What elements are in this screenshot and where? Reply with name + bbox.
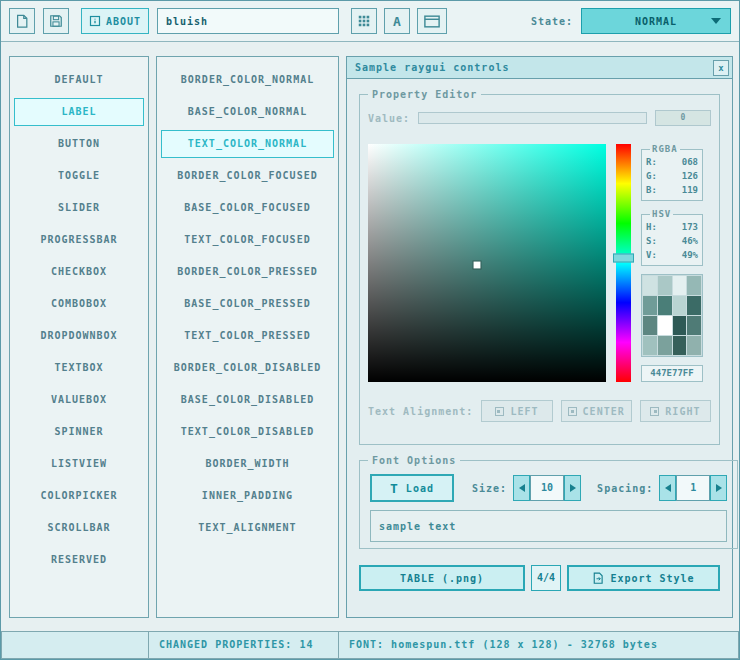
sample-text-box[interactable]: sample text (370, 510, 727, 542)
property-list-item[interactable]: BASE_COLOR_DISABLED (161, 386, 334, 414)
hex-value: 447E77FF (650, 368, 693, 378)
color-swatch[interactable] (658, 336, 672, 355)
statusbar-left-section (1, 631, 149, 659)
color-values-column: RGBA R: 068 G: 126 B: 119 (641, 144, 703, 382)
property-list-item[interactable]: TEXT_COLOR_PRESSED (161, 322, 334, 350)
about-button[interactable]: ABOUT (81, 8, 149, 34)
hue-slider[interactable] (616, 144, 631, 382)
table-export-button[interactable]: TABLE (.png) (359, 565, 525, 591)
style-table-button[interactable] (351, 8, 377, 34)
spacing-value-box[interactable]: 1 (676, 475, 710, 501)
value-slider[interactable] (418, 112, 647, 124)
color-swatch[interactable] (643, 276, 657, 295)
color-swatch[interactable] (673, 276, 687, 295)
window-title: Sample raygui controls (355, 62, 509, 73)
new-file-button[interactable] (9, 8, 35, 34)
control-list-item[interactable]: RESERVED (14, 546, 144, 574)
v-value: 49% (682, 248, 698, 262)
changed-properties-text: CHANGED PROPERTIES: 14 (159, 639, 313, 650)
close-button[interactable]: x (713, 60, 729, 76)
control-list-item[interactable]: LISTVIEW (14, 450, 144, 478)
property-list-item[interactable]: BASE_COLOR_FOCUSED (161, 194, 334, 222)
color-panel[interactable] (368, 144, 606, 382)
color-swatch[interactable] (687, 276, 701, 295)
size-label: Size: (472, 483, 507, 494)
color-swatch[interactable] (643, 336, 657, 355)
control-list-item[interactable]: BUTTON (14, 130, 144, 158)
pages-value-box[interactable]: 4/4 (531, 565, 561, 591)
control-list-item[interactable]: VALUEBOX (14, 386, 144, 414)
control-list-item[interactable]: PROGRESSBAR (14, 226, 144, 254)
state-dropdown[interactable]: NORMAL (581, 8, 731, 34)
size-value: 10 (541, 482, 553, 493)
align-left-button[interactable]: LEFT (481, 400, 552, 422)
size-decrease-button[interactable] (513, 475, 530, 501)
color-swatch[interactable] (658, 296, 672, 315)
align-center-button[interactable]: CENTER (561, 400, 632, 422)
align-center-icon (568, 407, 577, 416)
control-list-item[interactable]: DEFAULT (14, 66, 144, 94)
hue-slider-handle[interactable] (613, 254, 634, 263)
color-swatch[interactable] (658, 316, 672, 335)
property-list-item[interactable]: BORDER_COLOR_PRESSED (161, 258, 334, 286)
color-swatch[interactable] (673, 336, 687, 355)
font-atlas-button[interactable]: A (384, 8, 410, 34)
property-list-item[interactable]: INNER_PADDING (161, 482, 334, 510)
g-value: 126 (682, 169, 698, 183)
export-icon (592, 572, 604, 584)
control-list-item[interactable]: COMBOBOX (14, 290, 144, 318)
color-swatch[interactable] (643, 296, 657, 315)
size-increase-button[interactable] (564, 475, 581, 501)
property-list-item[interactable]: TEXT_COLOR_DISABLED (161, 418, 334, 446)
chevron-left-icon (665, 484, 671, 492)
property-list-item[interactable]: BASE_COLOR_NORMAL (161, 98, 334, 126)
export-style-button[interactable]: Export Style (567, 565, 720, 591)
color-swatch[interactable] (687, 316, 701, 335)
color-swatch[interactable] (687, 296, 701, 315)
control-list-item[interactable]: SLIDER (14, 194, 144, 222)
spacing-decrease-button[interactable] (659, 475, 676, 501)
state-label: State: (531, 16, 573, 27)
chevron-left-icon (519, 484, 525, 492)
color-swatch[interactable] (673, 316, 687, 335)
property-list-item[interactable]: BORDER_WIDTH (161, 450, 334, 478)
control-list-item[interactable]: DROPDOWNBOX (14, 322, 144, 350)
align-right-button[interactable]: RIGHT (640, 400, 711, 422)
property-list-item[interactable]: BORDER_COLOR_DISABLED (161, 354, 334, 382)
control-list-item[interactable]: LABEL (14, 98, 144, 126)
load-font-label: Load (406, 483, 434, 494)
window-icon (424, 15, 440, 28)
color-swatch[interactable] (643, 316, 657, 335)
save-button[interactable] (43, 8, 69, 34)
size-value-box[interactable]: 10 (530, 475, 564, 501)
property-list-item[interactable]: BORDER_COLOR_FOCUSED (161, 162, 334, 190)
control-list-item[interactable]: SPINNER (14, 418, 144, 446)
property-list-item[interactable]: TEXT_COLOR_NORMAL (161, 130, 334, 158)
align-left-label: LEFT (510, 406, 538, 417)
control-list-item[interactable]: TOGGLE (14, 162, 144, 190)
g-label: G: (646, 169, 657, 183)
style-name-input[interactable] (157, 8, 339, 34)
text-alignment-row: Text Alignment: LEFT CENTER RIGHT (368, 400, 711, 422)
color-cursor[interactable] (474, 262, 481, 269)
load-font-button[interactable]: T Load (370, 474, 454, 502)
align-right-icon (650, 407, 659, 416)
font-options-group: Font Options T Load Size: 10 Spacing: 1 (359, 455, 738, 549)
window-titlebar[interactable]: Sample raygui controls x (347, 57, 732, 79)
color-swatch[interactable] (687, 336, 701, 355)
property-list-item[interactable]: BASE_COLOR_PRESSED (161, 290, 334, 318)
property-list-item[interactable]: BORDER_COLOR_NORMAL (161, 66, 334, 94)
control-list-item[interactable]: SCROLLBAR (14, 514, 144, 542)
control-list-item[interactable]: TEXTBOX (14, 354, 144, 382)
hex-value-box[interactable]: 447E77FF (641, 365, 703, 382)
color-swatch[interactable] (658, 276, 672, 295)
control-list-item[interactable]: CHECKBOX (14, 258, 144, 286)
spacing-increase-button[interactable] (710, 475, 727, 501)
property-list-item[interactable]: TEXT_ALIGNMENT (161, 514, 334, 542)
color-swatch[interactable] (673, 296, 687, 315)
control-list-item[interactable]: COLORPICKER (14, 482, 144, 510)
font-a-icon: A (393, 14, 401, 29)
value-label: Value: (368, 113, 410, 124)
window-preview-button[interactable] (417, 8, 447, 34)
property-list-item[interactable]: TEXT_COLOR_FOCUSED (161, 226, 334, 254)
